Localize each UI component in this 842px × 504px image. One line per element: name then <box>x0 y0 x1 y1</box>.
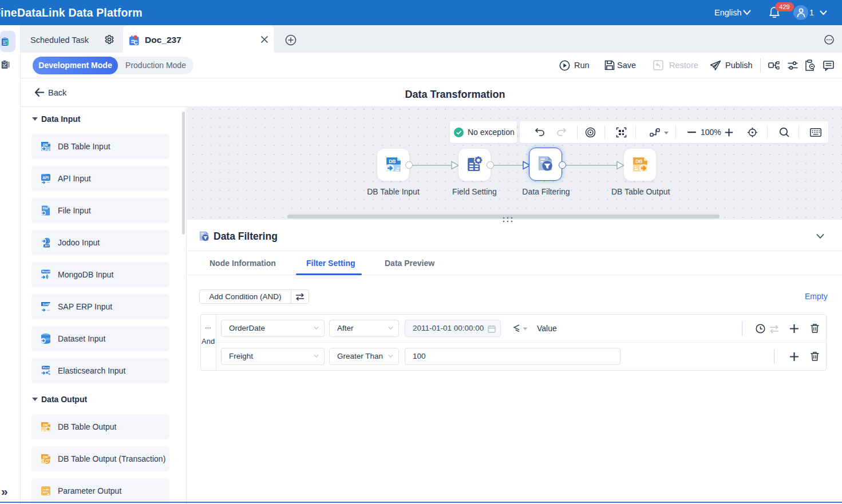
svg-text:File: File <box>43 207 48 210</box>
svg-text:DB: DB <box>635 158 642 164</box>
svg-text:DB: DB <box>43 455 48 459</box>
svg-text:DB: DB <box>43 143 48 146</box>
svg-text:Elastic: Elastic <box>43 367 50 369</box>
svg-text:SAP: SAP <box>43 303 50 306</box>
svg-text:DB: DB <box>389 158 396 164</box>
svg-text:API: API <box>42 176 49 180</box>
svg-text:JDY: JDY <box>44 244 49 247</box>
svg-text:MongoDB: MongoDB <box>42 271 52 273</box>
svg-text:DB: DB <box>43 423 48 427</box>
